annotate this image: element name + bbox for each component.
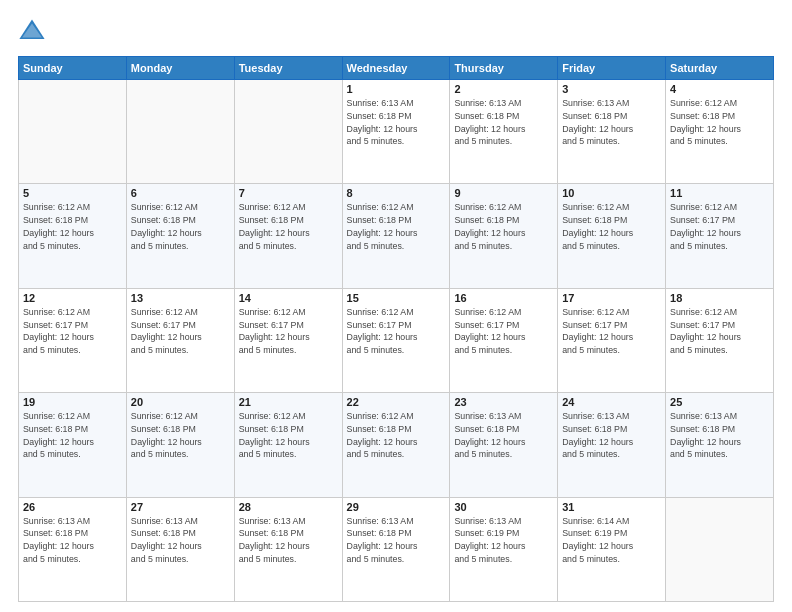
- calendar-cell: 10Sunrise: 6:12 AM Sunset: 6:18 PM Dayli…: [558, 184, 666, 288]
- day-info: Sunrise: 6:12 AM Sunset: 6:17 PM Dayligh…: [239, 306, 338, 357]
- day-number: 16: [454, 292, 553, 304]
- day-info: Sunrise: 6:13 AM Sunset: 6:18 PM Dayligh…: [454, 410, 553, 461]
- calendar-cell: 28Sunrise: 6:13 AM Sunset: 6:18 PM Dayli…: [234, 497, 342, 601]
- logo-icon: [18, 18, 46, 46]
- day-info: Sunrise: 6:12 AM Sunset: 6:17 PM Dayligh…: [23, 306, 122, 357]
- day-info: Sunrise: 6:13 AM Sunset: 6:18 PM Dayligh…: [562, 97, 661, 148]
- weekday-header-row: SundayMondayTuesdayWednesdayThursdayFrid…: [19, 57, 774, 80]
- day-info: Sunrise: 6:13 AM Sunset: 6:18 PM Dayligh…: [239, 515, 338, 566]
- calendar-cell: 25Sunrise: 6:13 AM Sunset: 6:18 PM Dayli…: [666, 393, 774, 497]
- calendar-cell: 3Sunrise: 6:13 AM Sunset: 6:18 PM Daylig…: [558, 80, 666, 184]
- logo: [18, 18, 50, 46]
- calendar-cell: 18Sunrise: 6:12 AM Sunset: 6:17 PM Dayli…: [666, 288, 774, 392]
- calendar-cell: 8Sunrise: 6:12 AM Sunset: 6:18 PM Daylig…: [342, 184, 450, 288]
- header: [18, 18, 774, 46]
- day-number: 18: [670, 292, 769, 304]
- day-number: 3: [562, 83, 661, 95]
- weekday-header-friday: Friday: [558, 57, 666, 80]
- day-info: Sunrise: 6:13 AM Sunset: 6:18 PM Dayligh…: [454, 97, 553, 148]
- calendar-cell: 12Sunrise: 6:12 AM Sunset: 6:17 PM Dayli…: [19, 288, 127, 392]
- day-number: 14: [239, 292, 338, 304]
- weekday-header-thursday: Thursday: [450, 57, 558, 80]
- week-row-5: 26Sunrise: 6:13 AM Sunset: 6:18 PM Dayli…: [19, 497, 774, 601]
- day-info: Sunrise: 6:12 AM Sunset: 6:18 PM Dayligh…: [131, 410, 230, 461]
- weekday-header-wednesday: Wednesday: [342, 57, 450, 80]
- weekday-header-tuesday: Tuesday: [234, 57, 342, 80]
- calendar-cell: 20Sunrise: 6:12 AM Sunset: 6:18 PM Dayli…: [126, 393, 234, 497]
- day-number: 26: [23, 501, 122, 513]
- day-info: Sunrise: 6:12 AM Sunset: 6:17 PM Dayligh…: [347, 306, 446, 357]
- day-info: Sunrise: 6:12 AM Sunset: 6:18 PM Dayligh…: [454, 201, 553, 252]
- calendar-cell: 16Sunrise: 6:12 AM Sunset: 6:17 PM Dayli…: [450, 288, 558, 392]
- calendar-cell: [126, 80, 234, 184]
- calendar-cell: 13Sunrise: 6:12 AM Sunset: 6:17 PM Dayli…: [126, 288, 234, 392]
- calendar-cell: 2Sunrise: 6:13 AM Sunset: 6:18 PM Daylig…: [450, 80, 558, 184]
- calendar-cell: 23Sunrise: 6:13 AM Sunset: 6:18 PM Dayli…: [450, 393, 558, 497]
- day-number: 13: [131, 292, 230, 304]
- day-info: Sunrise: 6:12 AM Sunset: 6:18 PM Dayligh…: [239, 410, 338, 461]
- day-number: 19: [23, 396, 122, 408]
- day-number: 21: [239, 396, 338, 408]
- day-info: Sunrise: 6:12 AM Sunset: 6:18 PM Dayligh…: [239, 201, 338, 252]
- calendar-cell: 27Sunrise: 6:13 AM Sunset: 6:18 PM Dayli…: [126, 497, 234, 601]
- calendar-cell: 19Sunrise: 6:12 AM Sunset: 6:18 PM Dayli…: [19, 393, 127, 497]
- week-row-4: 19Sunrise: 6:12 AM Sunset: 6:18 PM Dayli…: [19, 393, 774, 497]
- day-info: Sunrise: 6:12 AM Sunset: 6:17 PM Dayligh…: [131, 306, 230, 357]
- calendar-table: SundayMondayTuesdayWednesdayThursdayFrid…: [18, 56, 774, 602]
- day-info: Sunrise: 6:12 AM Sunset: 6:18 PM Dayligh…: [670, 97, 769, 148]
- day-number: 2: [454, 83, 553, 95]
- day-number: 29: [347, 501, 446, 513]
- day-number: 20: [131, 396, 230, 408]
- week-row-1: 1Sunrise: 6:13 AM Sunset: 6:18 PM Daylig…: [19, 80, 774, 184]
- day-info: Sunrise: 6:12 AM Sunset: 6:17 PM Dayligh…: [562, 306, 661, 357]
- day-info: Sunrise: 6:13 AM Sunset: 6:18 PM Dayligh…: [562, 410, 661, 461]
- day-number: 9: [454, 187, 553, 199]
- weekday-header-sunday: Sunday: [19, 57, 127, 80]
- day-number: 17: [562, 292, 661, 304]
- calendar-cell: 30Sunrise: 6:13 AM Sunset: 6:19 PM Dayli…: [450, 497, 558, 601]
- day-number: 23: [454, 396, 553, 408]
- calendar-cell: 17Sunrise: 6:12 AM Sunset: 6:17 PM Dayli…: [558, 288, 666, 392]
- calendar-cell: 24Sunrise: 6:13 AM Sunset: 6:18 PM Dayli…: [558, 393, 666, 497]
- calendar-cell: 4Sunrise: 6:12 AM Sunset: 6:18 PM Daylig…: [666, 80, 774, 184]
- calendar-cell: 7Sunrise: 6:12 AM Sunset: 6:18 PM Daylig…: [234, 184, 342, 288]
- day-info: Sunrise: 6:13 AM Sunset: 6:18 PM Dayligh…: [347, 97, 446, 148]
- calendar-cell: 6Sunrise: 6:12 AM Sunset: 6:18 PM Daylig…: [126, 184, 234, 288]
- day-number: 24: [562, 396, 661, 408]
- day-number: 28: [239, 501, 338, 513]
- day-number: 4: [670, 83, 769, 95]
- day-info: Sunrise: 6:12 AM Sunset: 6:18 PM Dayligh…: [23, 201, 122, 252]
- calendar-cell: 15Sunrise: 6:12 AM Sunset: 6:17 PM Dayli…: [342, 288, 450, 392]
- day-number: 31: [562, 501, 661, 513]
- day-info: Sunrise: 6:13 AM Sunset: 6:18 PM Dayligh…: [131, 515, 230, 566]
- page: SundayMondayTuesdayWednesdayThursdayFrid…: [0, 0, 792, 612]
- calendar-cell: 26Sunrise: 6:13 AM Sunset: 6:18 PM Dayli…: [19, 497, 127, 601]
- calendar-cell: 9Sunrise: 6:12 AM Sunset: 6:18 PM Daylig…: [450, 184, 558, 288]
- day-number: 11: [670, 187, 769, 199]
- day-info: Sunrise: 6:12 AM Sunset: 6:18 PM Dayligh…: [131, 201, 230, 252]
- day-number: 8: [347, 187, 446, 199]
- day-info: Sunrise: 6:12 AM Sunset: 6:17 PM Dayligh…: [670, 306, 769, 357]
- day-info: Sunrise: 6:13 AM Sunset: 6:18 PM Dayligh…: [23, 515, 122, 566]
- day-info: Sunrise: 6:12 AM Sunset: 6:17 PM Dayligh…: [454, 306, 553, 357]
- weekday-header-saturday: Saturday: [666, 57, 774, 80]
- day-number: 30: [454, 501, 553, 513]
- calendar-cell: [234, 80, 342, 184]
- day-info: Sunrise: 6:14 AM Sunset: 6:19 PM Dayligh…: [562, 515, 661, 566]
- calendar-cell: 11Sunrise: 6:12 AM Sunset: 6:17 PM Dayli…: [666, 184, 774, 288]
- day-number: 7: [239, 187, 338, 199]
- day-info: Sunrise: 6:13 AM Sunset: 6:19 PM Dayligh…: [454, 515, 553, 566]
- calendar-cell: 29Sunrise: 6:13 AM Sunset: 6:18 PM Dayli…: [342, 497, 450, 601]
- day-number: 22: [347, 396, 446, 408]
- day-info: Sunrise: 6:12 AM Sunset: 6:18 PM Dayligh…: [347, 201, 446, 252]
- week-row-2: 5Sunrise: 6:12 AM Sunset: 6:18 PM Daylig…: [19, 184, 774, 288]
- calendar-cell: [666, 497, 774, 601]
- week-row-3: 12Sunrise: 6:12 AM Sunset: 6:17 PM Dayli…: [19, 288, 774, 392]
- day-info: Sunrise: 6:12 AM Sunset: 6:17 PM Dayligh…: [670, 201, 769, 252]
- calendar-cell: 31Sunrise: 6:14 AM Sunset: 6:19 PM Dayli…: [558, 497, 666, 601]
- weekday-header-monday: Monday: [126, 57, 234, 80]
- day-number: 10: [562, 187, 661, 199]
- day-number: 25: [670, 396, 769, 408]
- day-number: 1: [347, 83, 446, 95]
- day-info: Sunrise: 6:13 AM Sunset: 6:18 PM Dayligh…: [347, 515, 446, 566]
